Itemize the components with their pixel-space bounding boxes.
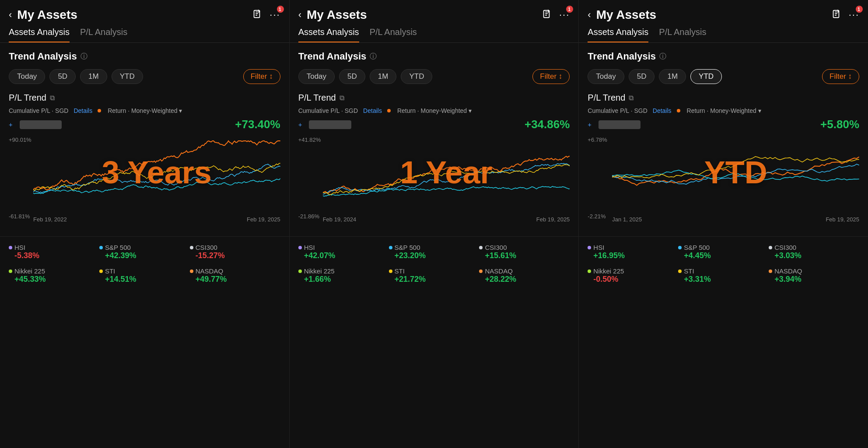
index-name-label: CSI300 <box>485 244 507 251</box>
index-name-label: HSI <box>14 244 25 251</box>
index-value: +4.45% <box>678 251 769 260</box>
index-dot <box>769 270 772 273</box>
time-btn-5d[interactable]: 5D <box>629 69 655 84</box>
index-value: +3.03% <box>769 251 859 260</box>
panel-panel-ytd: ‹ My Assets ··· 1 <box>579 0 868 448</box>
tab-1[interactable]: P/L Analysis <box>80 27 127 42</box>
return-dot <box>98 109 101 112</box>
filter-button[interactable]: Filter ↕ <box>822 69 859 84</box>
return-label: Return · Money-Weighted ▾ <box>687 107 761 114</box>
details-link[interactable]: Details <box>74 107 92 114</box>
values-row: + ████████ +73.40% <box>0 116 289 133</box>
tabs: Assets Analysis P/L Analysis <box>0 27 289 43</box>
time-btn-ytd[interactable]: YTD <box>112 69 143 84</box>
index-dot <box>588 270 591 273</box>
share-icon[interactable] <box>252 9 262 21</box>
filter-button[interactable]: Filter ↕ <box>532 69 570 84</box>
filter-row: Today 5D 1M YTD Filter ↕ <box>290 66 579 88</box>
index-item-sti: STI +14.51% <box>99 264 190 287</box>
details-link[interactable]: Details <box>363 107 382 114</box>
tab-0[interactable]: Assets Analysis <box>9 27 70 42</box>
index-dot <box>389 246 392 249</box>
back-icon[interactable]: ‹ <box>588 9 591 21</box>
time-btn-today[interactable]: Today <box>298 69 335 84</box>
back-icon[interactable]: ‹ <box>9 9 12 21</box>
time-btn-1m[interactable]: 1M <box>370 69 397 84</box>
chart-x-labels: Feb 19, 2024 Feb 19, 2025 <box>323 215 570 224</box>
time-btn-5d[interactable]: 5D <box>49 69 76 84</box>
index-name-label: S&P 500 <box>395 244 420 251</box>
pl-trend-header: P/L Trend ⧉ <box>579 88 868 105</box>
index-value: -0.50% <box>588 275 678 284</box>
plus-sign: + <box>588 121 592 128</box>
back-icon[interactable]: ‹ <box>298 9 301 21</box>
page-title: My Assets <box>307 8 536 22</box>
filter-button[interactable]: Filter ↕ <box>243 69 280 84</box>
y-bottom: -61.81% <box>9 213 32 220</box>
x-start: Jan 1, 2025 <box>612 216 642 223</box>
info-icon[interactable]: ⓘ <box>370 52 377 61</box>
trend-analysis-title: Trend Analysis <box>298 51 367 62</box>
index-value: +3.31% <box>678 275 769 284</box>
more-icon[interactable]: ··· 1 <box>270 9 280 21</box>
tab-0[interactable]: Assets Analysis <box>588 27 648 42</box>
notification-badge: 1 <box>277 6 284 13</box>
tab-0[interactable]: Assets Analysis <box>298 27 359 42</box>
pl-trend-label: P/L Trend <box>588 93 625 103</box>
copy-icon[interactable]: ⧉ <box>629 94 634 102</box>
copy-icon[interactable]: ⧉ <box>340 94 344 102</box>
filter-row: Today 5D 1M YTD Filter ↕ <box>0 66 289 88</box>
time-btn-ytd[interactable]: YTD <box>401 69 432 84</box>
tab-1[interactable]: P/L Analysis <box>659 27 706 42</box>
index-item-sti: STI +3.31% <box>678 264 769 287</box>
cumulative-label: Cumulative P/L · SGD <box>298 107 358 114</box>
info-icon[interactable]: ⓘ <box>659 52 666 61</box>
trend-analysis-title: Trend Analysis <box>9 51 77 62</box>
trend-analysis-title: Trend Analysis <box>588 51 656 62</box>
chart-x-labels: Feb 19, 2022 Feb 19, 2025 <box>33 215 280 224</box>
time-btn-ytd[interactable]: YTD <box>690 69 722 84</box>
index-item-hsi: HSI +42.07% <box>298 240 389 264</box>
section-title: Trend Analysis ⓘ <box>579 43 868 66</box>
details-link[interactable]: Details <box>653 107 672 114</box>
index-value: +42.07% <box>298 251 389 260</box>
values-row: + ████████ +34.86% <box>290 116 579 133</box>
header: ‹ My Assets ··· 1 <box>290 0 579 27</box>
copy-icon[interactable]: ⧉ <box>50 94 55 102</box>
more-icon[interactable]: ··· 1 <box>559 9 570 21</box>
index-name-label: NASDAQ <box>485 267 512 275</box>
x-start: Feb 19, 2024 <box>323 216 357 223</box>
index-dot <box>678 246 682 249</box>
index-dot <box>99 246 103 249</box>
header-icons: ··· 1 <box>252 9 280 21</box>
index-dot <box>479 270 483 273</box>
index-name-label: STI <box>395 267 405 275</box>
index-dot <box>769 246 772 249</box>
more-icon[interactable]: ··· 1 <box>849 9 859 21</box>
share-icon[interactable] <box>831 9 841 21</box>
tab-1[interactable]: P/L Analysis <box>370 27 417 42</box>
pl-trend-label: P/L Trend <box>9 93 46 103</box>
time-btn-5d[interactable]: 5D <box>339 69 365 84</box>
index-item-hsi: HSI -5.38% <box>9 240 99 264</box>
share-icon[interactable] <box>542 9 551 21</box>
index-item-nikkei-225: Nikkei 225 -0.50% <box>588 264 678 287</box>
index-item-csi300: CSI300 -15.27% <box>190 240 280 264</box>
time-btn-1m[interactable]: 1M <box>659 69 686 84</box>
time-btn-1m[interactable]: 1M <box>80 69 107 84</box>
index-name-label: HSI <box>304 244 315 251</box>
index-name-label: CSI300 <box>196 244 217 251</box>
info-icon[interactable]: ⓘ <box>80 52 88 61</box>
index-value: -15.27% <box>190 251 280 260</box>
chart-container: 3 Years <box>33 136 280 215</box>
index-dot <box>298 270 302 273</box>
notification-badge: 1 <box>856 6 863 13</box>
y-top: +6.78% <box>588 136 607 143</box>
tabs: Assets Analysis P/L Analysis <box>290 27 579 43</box>
time-btn-today[interactable]: Today <box>588 69 624 84</box>
index-grid: HSI +16.95% S&P 500 +4.45% CSI300 +3.03%… <box>579 236 868 291</box>
chart-container: 1 Year <box>323 136 570 215</box>
return-value: +5.80% <box>820 118 859 131</box>
cumulative-value-blurred: ████████ <box>309 120 351 129</box>
time-btn-today[interactable]: Today <box>9 69 45 84</box>
